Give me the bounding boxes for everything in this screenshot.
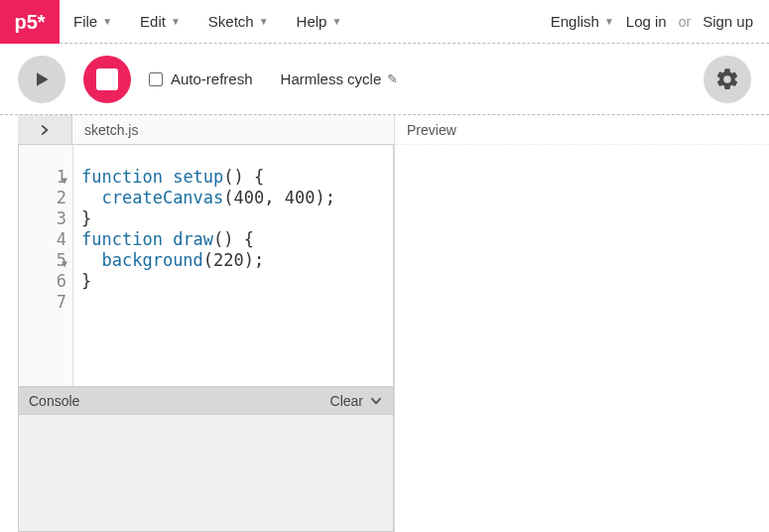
chevron-down-icon: ▼ (259, 16, 269, 27)
line-number: 5▼ (19, 250, 66, 271)
editor-column: sketch.js 1▼ 2 3 4 5▼ 6 7 (0, 115, 395, 532)
file-tabbar: sketch.js (18, 115, 394, 145)
auto-refresh-checkbox[interactable] (149, 72, 163, 86)
preview-header: Preview (395, 115, 769, 145)
pencil-icon[interactable]: ✎ (387, 71, 398, 86)
auto-refresh-label: Auto-refresh (171, 70, 253, 87)
preview-column: Preview (395, 115, 769, 532)
login-link[interactable]: Log in (626, 13, 667, 30)
main-area: sketch.js 1▼ 2 3 4 5▼ 6 7 (0, 115, 769, 532)
console-header: Console Clear (18, 387, 394, 415)
console-output[interactable] (18, 415, 394, 532)
line-number: 7 (19, 292, 66, 313)
signup-link[interactable]: Sign up (703, 13, 753, 30)
menu-help[interactable]: Help ▼ (283, 0, 356, 44)
file-tab[interactable]: sketch.js (72, 115, 394, 145)
editor-region: 1▼ 2 3 4 5▼ 6 7 function setup() { creat… (18, 145, 394, 532)
file-tab-label: sketch.js (84, 122, 138, 138)
menu-edit[interactable]: Edit ▼ (126, 0, 194, 44)
preview-label: Preview (407, 122, 456, 138)
menu-file[interactable]: File ▼ (60, 0, 126, 44)
play-icon (32, 69, 52, 89)
line-number: 3 (19, 208, 66, 229)
gear-icon (714, 66, 740, 92)
menu-sketch[interactable]: Sketch ▼ (194, 0, 283, 44)
console-title: Console (29, 393, 79, 409)
menu-edit-label: Edit (140, 13, 166, 30)
console-clear-label: Clear (330, 393, 363, 409)
menu-help-label: Help (297, 13, 327, 30)
chevron-right-icon (38, 123, 52, 137)
language-label: English (551, 13, 599, 30)
menu-right: English ▼ Log in or Sign up (551, 0, 769, 43)
chevron-down-icon: ▼ (102, 16, 112, 27)
stop-button[interactable] (83, 56, 131, 103)
or-separator: or (679, 14, 691, 30)
chevron-down-icon (369, 394, 383, 408)
chevron-down-icon: ▼ (604, 16, 614, 27)
stop-icon (96, 68, 118, 90)
line-number: 1▼ (19, 167, 66, 188)
line-gutter: 1▼ 2 3 4 5▼ 6 7 (19, 145, 73, 386)
settings-button[interactable] (704, 56, 751, 103)
menu-file-label: File (73, 13, 97, 30)
menu-sketch-label: Sketch (208, 13, 254, 30)
chevron-down-icon: ▼ (171, 16, 181, 27)
line-number: 6 (19, 271, 66, 292)
menubar: p5* File ▼ Edit ▼ Sketch ▼ Help ▼ Englis… (0, 0, 769, 44)
sidebar-expand-button[interactable] (18, 115, 72, 145)
code-editor[interactable]: 1▼ 2 3 4 5▼ 6 7 function setup() { creat… (19, 145, 393, 386)
menu-left: File ▼ Edit ▼ Sketch ▼ Help ▼ (60, 0, 355, 43)
line-number: 4 (19, 229, 66, 250)
chevron-down-icon: ▼ (331, 16, 341, 27)
toolbar: Auto-refresh Harmless cycle ✎ (0, 44, 769, 115)
play-button[interactable] (18, 56, 65, 103)
code-content[interactable]: function setup() { createCanvas(400, 400… (73, 145, 393, 386)
p5-logo[interactable]: p5* (0, 0, 60, 44)
sketch-name-text: Harmless cycle (281, 70, 382, 87)
auto-refresh-toggle[interactable]: Auto-refresh (149, 70, 253, 87)
editor-wrap: 1▼ 2 3 4 5▼ 6 7 function setup() { creat… (18, 145, 394, 387)
console-clear-button[interactable]: Clear (330, 393, 383, 409)
line-number: 2 (19, 188, 66, 208)
sketch-name[interactable]: Harmless cycle ✎ (281, 70, 399, 87)
language-picker[interactable]: English ▼ (551, 0, 614, 44)
